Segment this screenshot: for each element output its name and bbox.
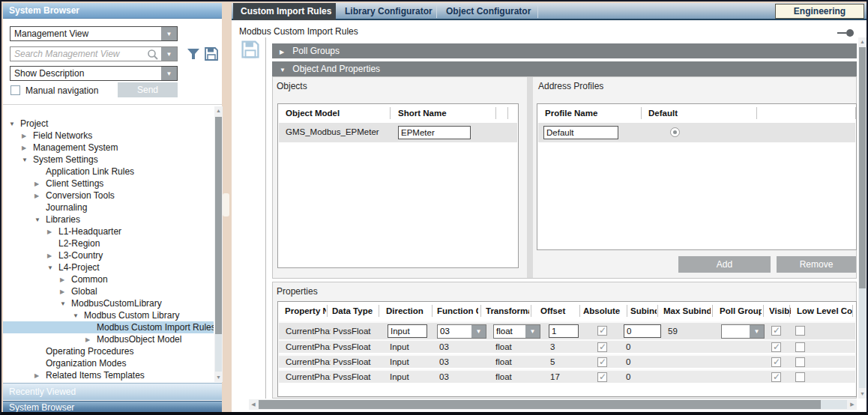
tree-item-operating-procedures[interactable]: Operating Procedures	[3, 345, 214, 357]
pin-icon[interactable]	[837, 28, 855, 37]
tree-item-l4-project[interactable]: ▼L4-Project	[3, 261, 214, 273]
visible-checkbox[interactable]	[771, 372, 781, 382]
absolute-checkbox[interactable]	[597, 326, 607, 336]
profile-name-input[interactable]	[543, 126, 618, 139]
scroll-up-icon[interactable]: ▲	[214, 106, 223, 115]
column-header[interactable]: Poll Group	[720, 302, 762, 320]
tree-item-l3-country[interactable]: ▶L3-Country	[3, 249, 214, 261]
save-icon[interactable]	[204, 46, 219, 61]
column-header[interactable]: Data Type	[332, 302, 377, 320]
property-row[interactable]: CurrentPha:PvssFloatInput03float170	[279, 369, 855, 383]
save-icon[interactable]	[241, 40, 260, 59]
chevron-down-icon[interactable]: ▼	[34, 216, 46, 223]
chevron-right-icon[interactable]: ▶	[47, 228, 58, 235]
column-header[interactable]: Absolute	[583, 302, 624, 320]
short-name-input[interactable]	[398, 126, 471, 139]
chevron-down-icon[interactable]: ▼	[60, 300, 71, 307]
tree-item-common[interactable]: ▶Common	[3, 273, 214, 285]
chevron-right-icon[interactable]: ▶	[60, 276, 71, 283]
send-button[interactable]: Send	[118, 82, 178, 97]
transformation-dropdown[interactable]: float ▼	[493, 324, 540, 339]
scroll-down-icon[interactable]: ▼	[214, 373, 223, 382]
search-icon[interactable]	[147, 49, 159, 61]
tree-item-modbus-custom-import-rules[interactable]: Modbus Custom Import Rules	[3, 321, 214, 333]
panel-splitter-handle[interactable]	[223, 193, 229, 216]
column-header[interactable]: Offset	[540, 302, 578, 320]
table-row[interactable]: GMS_Modbus_EPMeter	[279, 123, 517, 142]
scroll-down-icon[interactable]: ▼	[858, 390, 867, 399]
tree-item-management-system[interactable]: ▶Management System	[3, 142, 214, 154]
chevron-down-icon[interactable]: ▼	[471, 325, 486, 338]
chevron-down-icon[interactable]: ▼	[9, 121, 20, 127]
view-selector-dropdown[interactable]: Management View ▼	[10, 26, 178, 41]
tab-library-configurator[interactable]: Library Configurator	[337, 3, 436, 20]
visible-checkbox[interactable]	[771, 326, 781, 336]
chevron-right-icon[interactable]: ▶	[60, 288, 71, 295]
function-code-dropdown[interactable]: 03 ▼	[437, 324, 486, 339]
tree-scrollbar-thumb[interactable]	[215, 117, 222, 334]
low-level-checkbox[interactable]	[795, 357, 805, 367]
absolute-checkbox[interactable]	[597, 357, 607, 367]
table-row[interactable]	[538, 123, 855, 142]
object-and-properties-expander[interactable]: ▼ Object And Properties	[272, 61, 857, 76]
chevron-down-icon[interactable]: ▼	[161, 67, 177, 80]
chevron-right-icon[interactable]: ▶	[34, 372, 46, 379]
column-header[interactable]: Low Level Con	[797, 302, 852, 320]
tree-item-project[interactable]: ▼Project	[3, 118, 214, 130]
remove-button[interactable]: Remove	[777, 256, 856, 273]
column-header[interactable]: Subinde	[630, 302, 657, 320]
tree-item-modbuscustomlibrary[interactable]: ▼ModbusCustomLibrary	[3, 297, 214, 309]
property-row[interactable]: CurrentPha: PvssFloat 03 ▼ float ▼ 59 ▼	[279, 321, 855, 339]
tree-scrollbar[interactable]: ▲ ▼	[214, 106, 223, 382]
horizontal-scrollbar[interactable]: ◀ ▶	[249, 399, 857, 410]
column-header[interactable]: Max Subind	[663, 302, 711, 320]
system-browser-footer-bar[interactable]: System Browser	[3, 401, 222, 414]
chevron-right-icon[interactable]: ▶	[34, 181, 46, 187]
chevron-right-icon[interactable]: ▶	[22, 145, 33, 151]
tree-item-conversion-tools[interactable]: ▶Conversion Tools	[3, 190, 214, 202]
scroll-up-icon[interactable]: ▲	[858, 37, 867, 46]
column-header[interactable]: Function C	[437, 302, 478, 320]
default-radio[interactable]	[670, 127, 680, 137]
chevron-right-icon[interactable]: ▶	[34, 193, 46, 199]
column-header[interactable]: Visibi	[769, 302, 791, 320]
chevron-right-icon[interactable]: ▶	[22, 133, 33, 139]
tree-item-application-link-rules[interactable]: Application Link Rules	[3, 166, 214, 178]
visible-checkbox[interactable]	[771, 342, 781, 352]
pane-splitter[interactable]	[527, 77, 533, 278]
manual-navigation-checkbox[interactable]	[10, 85, 20, 95]
column-header[interactable]: Direction	[386, 302, 430, 320]
low-level-checkbox[interactable]	[795, 342, 805, 352]
absolute-checkbox[interactable]	[597, 342, 607, 352]
tree-item-l2-region[interactable]: L2-Region	[3, 237, 214, 249]
tree-item-modbus-custom-library[interactable]: ▼Modbus Custom Library	[3, 309, 214, 321]
low-level-checkbox[interactable]	[795, 372, 805, 382]
chevron-down-icon[interactable]: ▼	[161, 27, 177, 40]
tree-scrollbar-track[interactable]	[215, 334, 222, 372]
visible-checkbox[interactable]	[771, 357, 781, 367]
tab-custom-import-rules[interactable]: Custom Import Rules	[233, 3, 336, 20]
tree-item-journaling[interactable]: Journaling	[3, 202, 214, 213]
vertical-scrollbar[interactable]: ▲ ▼	[858, 37, 867, 399]
scroll-right-icon[interactable]: ▶	[848, 399, 857, 410]
tree-item-system-settings[interactable]: ▼System Settings	[3, 154, 214, 166]
column-header[interactable]: Transformat	[486, 302, 529, 320]
absolute-checkbox[interactable]	[597, 372, 607, 382]
low-level-checkbox[interactable]	[795, 326, 805, 336]
poll-group-dropdown[interactable]: ▼	[721, 324, 765, 339]
display-mode-dropdown[interactable]: Show Description ▼	[10, 66, 178, 81]
add-button[interactable]: Add	[678, 256, 771, 273]
vertical-scrollbar-track[interactable]	[859, 288, 866, 388]
search-input[interactable]: Search Management View ▼	[10, 46, 178, 61]
horizontal-scrollbar-track[interactable]	[821, 400, 847, 409]
column-header[interactable]: Short Name	[398, 104, 492, 122]
poll-groups-expander[interactable]: ▶ Poll Groups	[272, 43, 857, 58]
tree-item-modbusobject-model[interactable]: ▶ModbusObject Model	[3, 333, 214, 345]
bottom-splitter-handle[interactable]	[565, 412, 616, 415]
tree-item-global[interactable]: ▶Global	[3, 285, 214, 297]
tree-item-l1-headquarter[interactable]: ▶L1-Headquarter	[3, 225, 214, 237]
column-header[interactable]: Profile Name	[545, 104, 638, 122]
vertical-scrollbar-thumb[interactable]	[859, 47, 866, 288]
offset-input[interactable]	[549, 324, 579, 338]
recently-viewed-bar[interactable]: Recently Viewed	[3, 383, 222, 400]
